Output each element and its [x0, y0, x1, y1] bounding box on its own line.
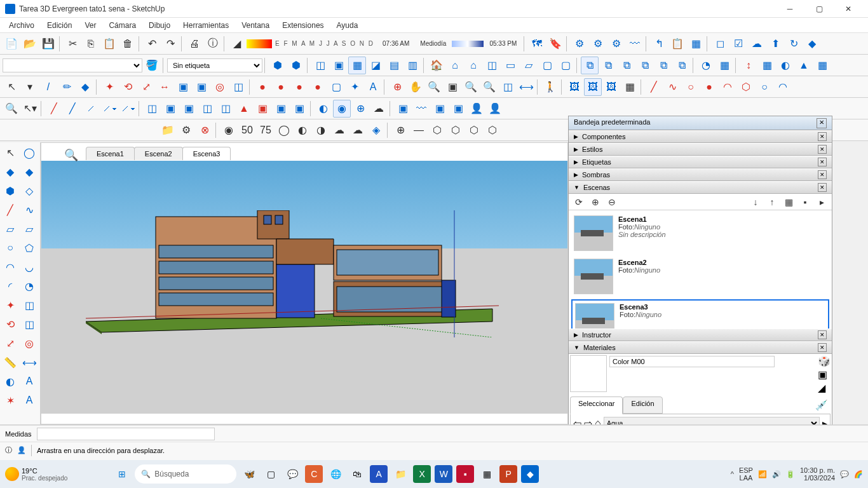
undo-button[interactable]: ↶: [143, 35, 161, 53]
scene-item-2[interactable]: Escena2 Foto:Ninguno: [571, 256, 829, 297]
menu-dibujo[interactable]: Dibujo: [142, 20, 177, 31]
view-top-button[interactable]: ▣: [330, 57, 348, 74]
dims-tool[interactable]: ⟷: [517, 78, 535, 96]
circle-palette[interactable]: ○: [1, 239, 19, 257]
layer-4f[interactable]: ▲: [235, 100, 253, 118]
taskbar-excel-icon[interactable]: X: [413, 465, 431, 483]
cut-button[interactable]: ✂: [64, 35, 81, 53]
dim-palette[interactable]: ⟷: [20, 353, 38, 371]
move-tool[interactable]: ✦: [100, 78, 118, 96]
axes-palette[interactable]: ✶: [1, 391, 19, 409]
measurements-input[interactable]: [37, 428, 215, 440]
scene-up-button[interactable]: ↑: [766, 196, 778, 208]
previous-tool[interactable]: 🔍: [480, 78, 498, 96]
scene-update-button[interactable]: ⟳: [573, 196, 585, 208]
circle-tool[interactable]: ○: [682, 78, 700, 96]
taskbar-sketchup-icon[interactable]: ◆: [521, 465, 539, 483]
taskbar-app-4[interactable]: ▦: [478, 465, 496, 483]
check-button[interactable]: ☑: [729, 35, 747, 53]
taskbar-chat-icon[interactable]: 💬: [283, 465, 301, 483]
sandbox-7-button[interactable]: ▦: [813, 57, 831, 74]
scene-tab-1[interactable]: Escena1: [86, 147, 135, 160]
house-button-1[interactable]: 🏠: [428, 57, 445, 74]
move-palette[interactable]: ✦: [1, 296, 19, 314]
material-name-input[interactable]: [609, 356, 775, 367]
pen-4[interactable]: ╱: [64, 100, 81, 118]
taskbar-powerpoint-icon[interactable]: P: [499, 465, 517, 483]
sandbox-3-button[interactable]: ↕: [740, 57, 757, 74]
grab-tool[interactable]: ✋: [407, 78, 424, 96]
clipboard-button[interactable]: 📋: [668, 35, 686, 53]
scene-tab-2[interactable]: Escena2: [134, 147, 183, 160]
vertex-4-tool[interactable]: ●: [309, 78, 327, 96]
print-button[interactable]: 🖨: [186, 35, 203, 53]
model-info-button[interactable]: ⓘ: [204, 35, 222, 53]
menu-camara[interactable]: Cámara: [102, 20, 142, 31]
sandbox-4-button[interactable]: ▦: [758, 57, 776, 74]
layer-4g[interactable]: ▣: [254, 100, 271, 118]
panel-materiales[interactable]: ▼Materiales✕: [569, 341, 832, 354]
section-tool[interactable]: ◫: [499, 78, 517, 96]
grp-4f[interactable]: 👤: [486, 100, 504, 118]
point-r-tool[interactable]: ●: [700, 78, 718, 96]
panel-materiales-x[interactable]: ✕: [818, 343, 827, 352]
scale-palette[interactable]: ⤢: [1, 334, 19, 352]
grp-4a[interactable]: ▣: [394, 100, 412, 118]
layer-4a[interactable]: ◫: [143, 100, 161, 118]
eraser-icon[interactable]: ◢: [228, 35, 246, 53]
minus-5[interactable]: —: [410, 121, 428, 139]
sandbox-6-button[interactable]: ▲: [795, 57, 813, 74]
warehouse-button[interactable]: ◆: [803, 35, 821, 53]
panel-escenas[interactable]: ▼Escenas✕: [569, 181, 832, 194]
panel-sombras-x[interactable]: ✕: [818, 170, 827, 179]
image-4-tool[interactable]: ▦: [621, 78, 639, 96]
solid-subtract-button[interactable]: ⧉: [618, 57, 635, 74]
tape-palette[interactable]: 📏: [1, 353, 19, 371]
arc-r-tool[interactable]: ◠: [719, 78, 736, 96]
layer-4h[interactable]: ▣: [272, 100, 290, 118]
menu-archivo[interactable]: Archivo: [3, 20, 41, 31]
nav-4c[interactable]: ⊕: [351, 100, 369, 118]
scene-tab-3[interactable]: Escena3: [182, 147, 231, 160]
text-palette[interactable]: A: [20, 372, 38, 390]
solid-union-button[interactable]: ⧉: [581, 57, 599, 74]
materials-edit-tab[interactable]: Edición: [623, 396, 662, 414]
arrow-back-button[interactable]: ↰: [650, 35, 668, 53]
text-label-tool[interactable]: ▢: [327, 78, 345, 96]
cloud-5a[interactable]: ☁: [330, 121, 348, 139]
tray-close-button[interactable]: ✕: [817, 118, 827, 128]
hex-5a[interactable]: ⬡: [428, 121, 446, 139]
taskbar-app-2[interactable]: A: [370, 465, 388, 483]
offset-palette[interactable]: ◎: [20, 334, 38, 352]
taskbar-store-icon[interactable]: 🛍: [348, 465, 366, 483]
house-button-8[interactable]: ▢: [557, 57, 574, 74]
maximize-button[interactable]: ▢: [804, 0, 834, 18]
notification-icon[interactable]: 💬: [840, 470, 849, 478]
rotrect-palette[interactable]: ▱: [20, 220, 38, 238]
star-tool[interactable]: ✦: [346, 78, 363, 96]
view-iso-button[interactable]: ◫: [311, 57, 329, 74]
material-default-icon[interactable]: ◢: [818, 382, 831, 394]
cube-button-1[interactable]: ⬢: [269, 57, 287, 74]
delete-button[interactable]: 🗑: [119, 35, 137, 53]
copy-button[interactable]: ⎘: [82, 35, 100, 53]
tray-titlebar[interactable]: Bandeja predeterminada ✕: [569, 116, 832, 130]
hex-5c[interactable]: ⬡: [465, 121, 483, 139]
grp-4e[interactable]: 👤: [468, 100, 485, 118]
panel-componentes-x[interactable]: ✕: [818, 132, 827, 141]
sandbox-2-button[interactable]: ▦: [715, 57, 733, 74]
layer-4c[interactable]: ▣: [180, 100, 198, 118]
hex-5b[interactable]: ⬡: [447, 121, 465, 139]
grp-4b[interactable]: 〰: [412, 100, 430, 118]
sandbox-5-button[interactable]: ◐: [776, 57, 794, 74]
house-button-2[interactable]: ⌂: [446, 57, 464, 74]
zoom-tool[interactable]: 🔍: [425, 78, 443, 96]
taskbar-edge-icon[interactable]: 🌐: [327, 465, 344, 483]
drop-5[interactable]: ◯: [275, 121, 293, 139]
pie-palette[interactable]: ◔: [20, 277, 38, 295]
gear-button-2[interactable]: ⚙: [589, 35, 607, 53]
language-indicator[interactable]: ESP: [739, 466, 753, 474]
protractor-palette[interactable]: ◐: [1, 372, 19, 390]
wifi-icon[interactable]: 📶: [758, 470, 767, 478]
blue-circle-tool[interactable]: ○: [756, 78, 773, 96]
